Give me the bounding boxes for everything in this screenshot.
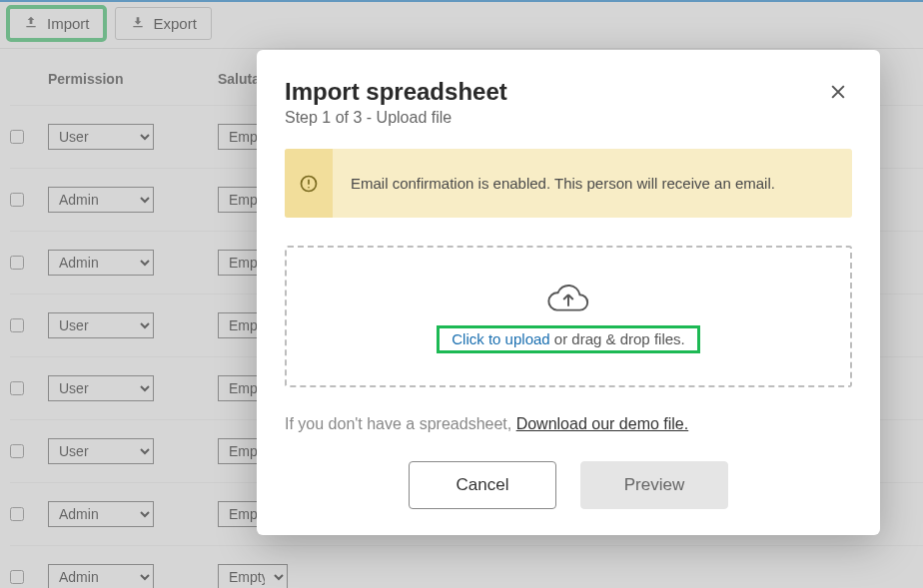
close-button[interactable] [824, 78, 852, 110]
svg-point-2 [308, 186, 310, 188]
cloud-upload-icon [545, 283, 591, 322]
modal-subtitle: Step 1 of 3 - Upload file [285, 109, 507, 127]
warning-alert: Email confirmation is enabled. This pers… [285, 149, 852, 218]
upload-text: Click to upload or drag & drop files. [442, 326, 694, 351]
close-icon [828, 88, 848, 105]
import-modal: Import spreadsheet Step 1 of 3 - Upload … [257, 50, 880, 535]
upload-link[interactable]: Click to upload [452, 330, 549, 347]
cancel-button[interactable]: Cancel [409, 461, 556, 509]
upload-dropzone[interactable]: Click to upload or drag & drop files. [285, 246, 852, 387]
preview-button: Preview [580, 461, 728, 509]
warning-icon [285, 149, 333, 218]
modal-title: Import spreadsheet [285, 78, 507, 106]
demo-hint: If you don't have a spreadsheet, Downloa… [285, 415, 852, 433]
demo-download-link[interactable]: Download our demo file. [516, 415, 689, 432]
warning-text: Email confirmation is enabled. This pers… [333, 149, 793, 218]
